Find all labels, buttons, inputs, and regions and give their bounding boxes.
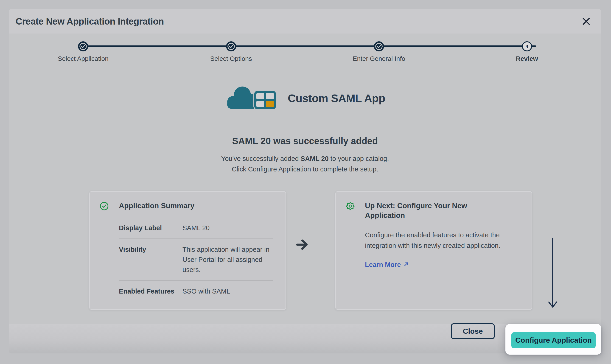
row-value: This application will appear in User Por… [182, 245, 273, 275]
brand-row: Custom SAML App [9, 85, 601, 112]
arrow-right-icon [296, 237, 310, 252]
gear-icon [346, 202, 355, 210]
step-label: Select Application [58, 55, 109, 63]
card-title: Up Next: Configure Your New Application [365, 201, 494, 220]
summary-row-display-label: Display Label SAML 20 [119, 217, 273, 238]
step-label: Review [516, 55, 538, 63]
row-value: SSO with SAML [182, 286, 273, 296]
step-review[interactable]: 4 Review [453, 41, 601, 63]
up-next-card: Up Next: Configure Your New Application … [335, 191, 532, 310]
success-line-2: Click Configure Application to complete … [9, 164, 601, 174]
step-complete-check-icon [78, 41, 88, 52]
step-select-application[interactable]: Select Application [9, 41, 157, 63]
close-modal-button[interactable]: Close [451, 323, 495, 339]
summary-row-visibility: Visibility This application will appear … [119, 239, 273, 280]
success-heading: SAML 20 was successfully added [9, 136, 601, 146]
create-app-integration-modal: Create New Application Integration [9, 9, 601, 353]
success-line-1: You've successfully added SAML 20 to you… [9, 153, 601, 164]
application-summary-card: Application Summary Display Label SAML 2… [89, 191, 286, 310]
step-label: Select Options [210, 55, 252, 63]
next-card-description: Configure the enabled features to activa… [365, 230, 512, 251]
summary-row-enabled-features: Enabled Features SSO with SAML [119, 281, 273, 302]
learn-more-link[interactable]: Learn More [365, 261, 409, 269]
step-complete-check-icon [374, 41, 384, 52]
row-label: Visibility [119, 245, 182, 275]
step-select-options[interactable]: Select Options [157, 41, 305, 63]
card-title: Application Summary [119, 201, 273, 210]
step-number-badge: 4 [522, 41, 532, 52]
row-label: Display Label [119, 223, 182, 233]
screen: Create New Application Integration [0, 0, 611, 364]
external-link-icon [403, 261, 409, 269]
custom-saml-app-logo-icon [225, 85, 280, 111]
row-value: SAML 20 [182, 223, 273, 233]
brand-name: Custom SAML App [288, 92, 385, 105]
success-subtext: You've successfully added SAML 20 to you… [9, 153, 601, 174]
arrow-down-icon [546, 237, 559, 313]
check-circle-icon [100, 202, 109, 210]
wizard-stepper: Select Application Select Options [9, 9, 601, 69]
step-enter-general-info[interactable]: Enter General Info [305, 41, 453, 63]
step-label: Enter General Info [353, 55, 405, 63]
row-label: Enabled Features [119, 286, 182, 296]
step-complete-check-icon [226, 41, 236, 52]
configure-application-button[interactable]: Configure Application [511, 332, 596, 348]
